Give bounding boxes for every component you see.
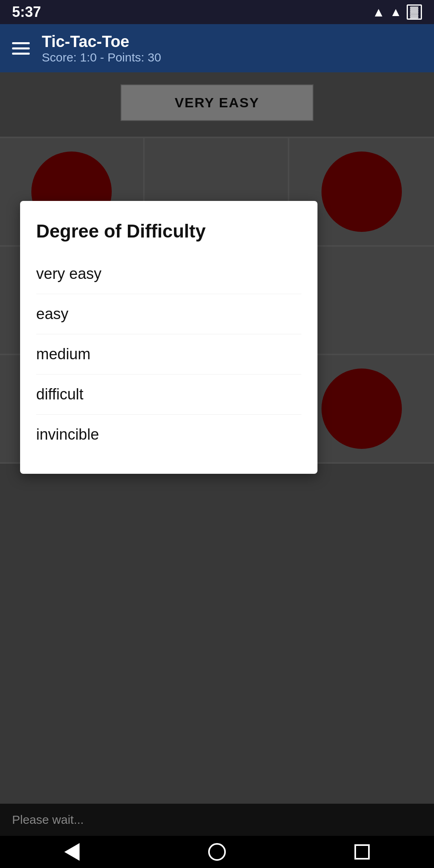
difficulty-option-medium[interactable]: medium — [36, 334, 301, 375]
menu-button[interactable] — [12, 42, 30, 55]
recent-icon — [354, 844, 370, 860]
game-area: VERY EASY Degree of Difficulty very easy… — [0, 72, 434, 804]
difficulty-option-very-easy[interactable]: very easy — [36, 254, 301, 294]
back-button[interactable] — [64, 843, 80, 861]
difficulty-option-easy[interactable]: easy — [36, 294, 301, 334]
status-time: 5:37 — [12, 4, 41, 20]
battery-icon: ▓ — [407, 4, 422, 20]
app-bar: Tic-Tac-Toe Score: 1:0 - Points: 30 — [0, 24, 434, 72]
home-icon — [208, 843, 226, 861]
app-bar-titles: Tic-Tac-Toe Score: 1:0 - Points: 30 — [42, 33, 161, 64]
difficulty-dialog: Degree of Difficulty very easy easy medi… — [20, 201, 317, 474]
app-title: Tic-Tac-Toe — [42, 33, 161, 51]
dialog-title: Degree of Difficulty — [36, 220, 301, 242]
difficulty-option-invincible[interactable]: invincible — [36, 415, 301, 454]
difficulty-option-difficult[interactable]: difficult — [36, 375, 301, 415]
app-score: Score: 1:0 - Points: 30 — [42, 51, 161, 64]
recent-apps-button[interactable] — [354, 844, 370, 860]
please-wait-text: Please wait... — [12, 813, 84, 827]
back-icon — [64, 843, 80, 861]
nav-bar — [0, 836, 434, 868]
status-icons: ▲ ▲ ▓ — [372, 4, 422, 20]
wifi-icon: ▲ — [372, 5, 385, 20]
bottom-status-bar: Please wait... — [0, 804, 434, 836]
signal-icon: ▲ — [390, 5, 402, 19]
home-button[interactable] — [208, 843, 226, 861]
status-bar: 5:37 ▲ ▲ ▓ — [0, 0, 434, 24]
